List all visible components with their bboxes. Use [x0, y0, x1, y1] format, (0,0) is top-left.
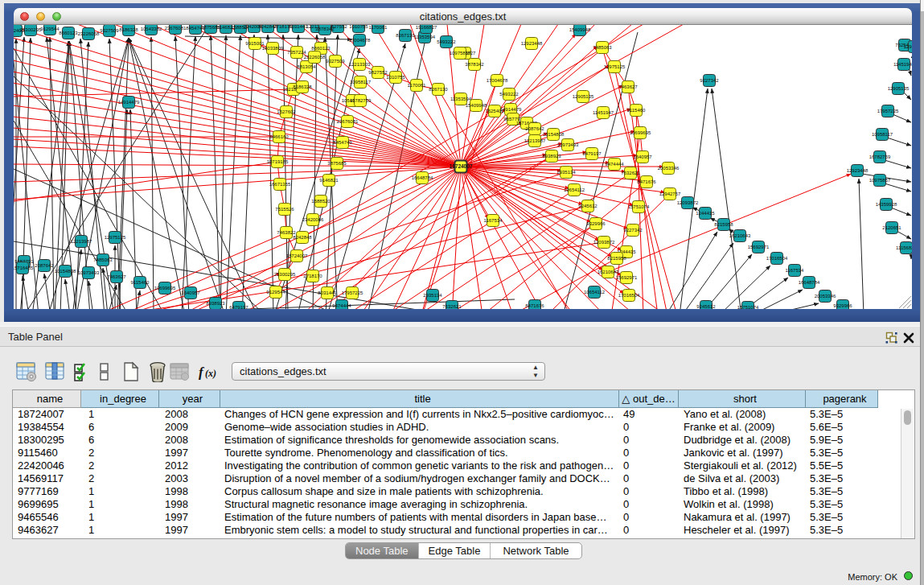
svg-text:6479197: 6479197 [229, 305, 248, 309]
svg-text:15409948: 15409948 [569, 27, 591, 32]
svg-text:10154808: 10154808 [55, 269, 76, 274]
svg-text:17957225: 17957225 [877, 109, 899, 113]
svg-text:18724007: 18724007 [286, 253, 308, 258]
svg-text:8454749: 8454749 [333, 140, 352, 145]
svg-text:23420046: 23420046 [302, 217, 324, 222]
svg-text:12213303: 12213303 [349, 62, 371, 67]
svg-text:15692971: 15692971 [616, 275, 638, 280]
svg-text:8031441: 8031441 [318, 290, 337, 295]
svg-text:25300295: 25300295 [20, 27, 42, 32]
svg-text:8215958: 8215958 [714, 222, 733, 227]
svg-text:8813054: 8813054 [297, 64, 316, 69]
svg-text:11156829: 11156829 [896, 245, 912, 250]
svg-text:7485063: 7485063 [593, 45, 612, 50]
svg-text:9115460: 9115460 [627, 108, 647, 113]
svg-text:12923448: 12923448 [847, 168, 869, 173]
svg-text:2087642: 2087642 [35, 263, 54, 268]
svg-text:10973493: 10973493 [557, 142, 579, 147]
svg-text:12213987: 12213987 [71, 239, 92, 244]
svg-text:10719185: 10719185 [267, 159, 289, 164]
svg-text:7632621: 7632621 [442, 304, 462, 309]
svg-text:20053346: 20053346 [815, 294, 836, 299]
svg-text:9827552: 9827552 [368, 70, 388, 75]
svg-text:1010755: 1010755 [349, 25, 368, 29]
svg-text:3878342: 3878342 [465, 62, 484, 67]
svg-text:1527602: 1527602 [277, 109, 296, 114]
svg-text:15692971: 15692971 [748, 245, 770, 249]
svg-text:10958117: 10958117 [872, 132, 893, 137]
svg-text:16648784: 16648784 [412, 175, 433, 180]
svg-text:9129544: 9129544 [266, 290, 285, 295]
svg-text:11451947: 11451947 [593, 110, 614, 115]
svg-text:9227342: 9227342 [623, 228, 643, 233]
svg-text:1640957: 1640957 [181, 290, 200, 295]
svg-text:20053346: 20053346 [658, 166, 680, 171]
svg-text:2087642: 2087642 [525, 126, 544, 131]
svg-text:14914479: 14914479 [118, 100, 140, 105]
svg-text:1010755: 1010755 [386, 75, 405, 80]
svg-text:2935134: 2935134 [556, 170, 576, 175]
svg-text:9329966: 9329966 [833, 303, 852, 308]
svg-text:12213987: 12213987 [524, 138, 546, 143]
svg-text:9474444: 9474444 [605, 162, 624, 167]
svg-text:16210643: 16210643 [598, 270, 619, 274]
svg-text:16210643: 16210643 [729, 233, 751, 238]
svg-text:8471676: 8471676 [525, 303, 544, 308]
svg-text:16782759: 16782759 [350, 98, 372, 103]
svg-text:8471676: 8471676 [637, 179, 656, 184]
svg-text:17016504: 17016504 [618, 293, 640, 298]
svg-text:7515526: 7515526 [275, 207, 294, 212]
svg-text:9245612: 9245612 [696, 304, 716, 309]
svg-text:12942757: 12942757 [659, 192, 681, 196]
svg-text:10699695: 10699695 [630, 130, 651, 135]
svg-text:8215958: 8215958 [607, 256, 626, 261]
svg-text:8938923: 8938923 [542, 154, 561, 159]
svg-text:5493222: 5493222 [499, 92, 519, 97]
svg-text:7463627: 7463627 [618, 84, 638, 89]
svg-text:9245612: 9245612 [578, 204, 598, 208]
svg-text:10958117: 10958117 [350, 80, 372, 84]
svg-text:1167534: 1167534 [484, 218, 503, 223]
svg-text:10543382: 10543382 [141, 27, 162, 31]
svg-text:16671355: 16671355 [269, 182, 291, 187]
svg-text:(x): (x) [205, 368, 216, 379]
svg-text:2120651: 2120651 [882, 225, 901, 230]
svg-text:16033809: 16033809 [262, 46, 284, 51]
svg-text:f: f [199, 365, 205, 380]
svg-text:8660123: 8660123 [59, 31, 78, 35]
svg-text:9129544: 9129544 [40, 27, 60, 31]
svg-text:8186328: 8186328 [119, 27, 138, 32]
svg-text:9227342: 9227342 [700, 78, 719, 83]
svg-text:15751074: 15751074 [737, 305, 759, 309]
svg-text:14914479: 14914479 [500, 107, 522, 112]
svg-text:23676081: 23676081 [337, 119, 359, 124]
svg-text:1244415: 1244415 [696, 211, 715, 216]
svg-text:1170061: 1170061 [408, 83, 427, 88]
svg-text:8267130: 8267130 [396, 33, 415, 38]
svg-text:23226058: 23226058 [304, 55, 326, 60]
svg-text:8267130: 8267130 [429, 87, 448, 92]
svg-text:7463627: 7463627 [107, 274, 126, 279]
svg-text:1167534: 1167534 [786, 268, 805, 273]
svg-text:8186328: 8186328 [293, 84, 312, 89]
svg-text:15751074: 15751074 [628, 204, 650, 209]
svg-text:12905135: 12905135 [573, 94, 594, 99]
svg-text:17004678: 17004678 [487, 78, 508, 83]
svg-text:3875685: 3875685 [327, 161, 347, 166]
svg-text:1170061: 1170061 [369, 25, 388, 30]
svg-text:2935134: 2935134 [423, 293, 442, 298]
svg-text:15716485: 15716485 [14, 266, 34, 270]
svg-text:8660123: 8660123 [311, 46, 331, 51]
svg-text:15409948: 15409948 [466, 103, 487, 108]
svg-text:1640957: 1640957 [633, 154, 652, 159]
svg-text:12942757: 12942757 [904, 44, 912, 49]
svg-text:12975125: 12975125 [105, 235, 126, 240]
svg-text:2718170: 2718170 [303, 274, 322, 278]
svg-text:10654112: 10654112 [564, 187, 585, 192]
svg-text:12975125: 12975125 [604, 64, 626, 69]
svg-text:11353594: 11353594 [414, 35, 436, 39]
svg-text:10154808: 10154808 [543, 132, 565, 137]
svg-text:23226058: 23226058 [78, 31, 100, 36]
svg-text:9329966: 9329966 [586, 221, 606, 226]
svg-text:10975857: 10975857 [450, 51, 471, 56]
